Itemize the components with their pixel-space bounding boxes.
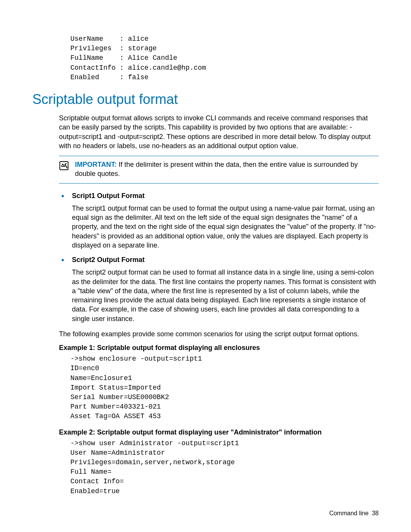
bullet-body: The script1 output format can be used to… — [72, 204, 379, 250]
list-item: Script1 Output Format The script1 output… — [59, 192, 379, 250]
footer-section: Command line — [329, 510, 368, 516]
footer-page-number: 38 — [372, 510, 379, 516]
important-icon — [59, 161, 69, 171]
example-2-code: ->show user Administrator -output=script… — [70, 439, 379, 496]
section-title: Scriptable output format — [32, 91, 379, 107]
important-body: If the delimiter is present within the d… — [75, 161, 358, 177]
bullet-title: Script1 Output Format — [72, 192, 379, 200]
important-label: IMPORTANT: — [75, 161, 117, 168]
bullet-list: Script1 Output Format The script1 output… — [59, 192, 379, 323]
top-code-block: UserName : alice Privileges : storage Fu… — [70, 34, 379, 82]
examples-intro: The following examples provide some comm… — [59, 329, 379, 339]
page-footer: Command line 38 — [329, 510, 379, 517]
example-1-code: ->show enclosure -output=script1 ID=enc0… — [70, 354, 379, 421]
example-2-title: Example 2: Scriptable output format disp… — [59, 428, 379, 436]
list-item: Script2 Output Format The script2 output… — [59, 256, 379, 323]
important-callout: IMPORTANT: If the delimiter is present w… — [59, 156, 379, 184]
intro-paragraph: Scriptable output format allows scripts … — [59, 113, 379, 150]
bullet-title: Script2 Output Format — [72, 256, 379, 264]
important-text: IMPORTANT: If the delimiter is present w… — [75, 160, 379, 179]
bullet-body: The script2 output format can be used to… — [72, 268, 379, 323]
example-1-title: Example 1: Scriptable output format disp… — [59, 344, 379, 352]
